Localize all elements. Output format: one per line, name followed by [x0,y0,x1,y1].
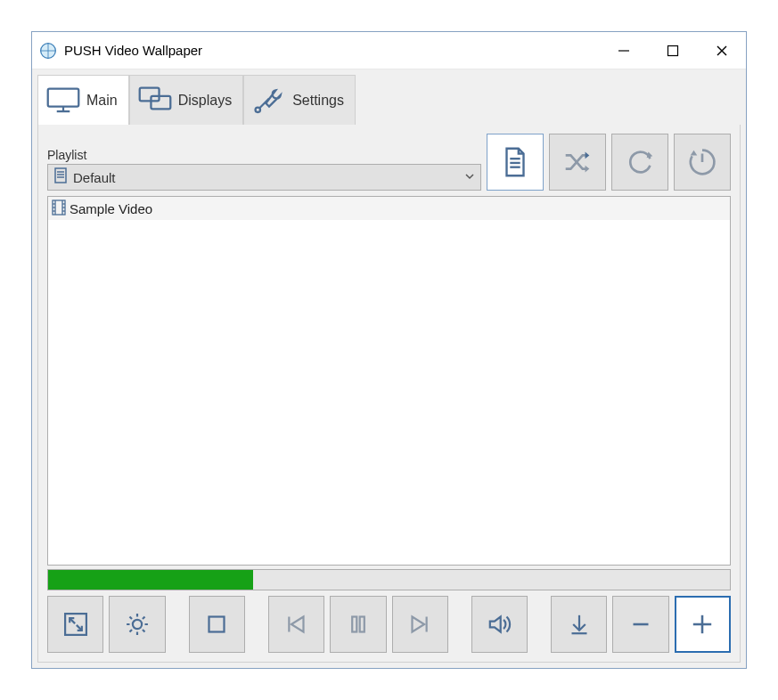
tab-label: Settings [292,93,344,109]
svg-rect-35 [360,617,364,632]
client-area: Main Displays Settings Playlist [32,69,746,668]
app-icon [39,42,57,60]
svg-point-31 [133,620,142,629]
svg-rect-8 [139,88,159,102]
tab-settings[interactable]: Settings [243,75,356,125]
window-title: PUSH Video Wallpaper [64,43,202,58]
svg-rect-32 [209,617,225,632]
document-icon [53,167,68,187]
main-panel: Playlist Default [37,125,741,663]
tools-icon [251,85,287,116]
tab-label: Main [86,93,118,109]
playlist-label: Playlist [47,148,481,162]
svg-rect-9 [151,96,170,110]
tab-label: Displays [178,93,232,109]
settings-gear-button[interactable] [109,596,165,653]
playlist-column: Playlist Default [47,148,481,191]
video-list[interactable]: Sample Video [47,196,731,566]
list-item[interactable]: Sample Video [48,197,730,220]
titlebar: PUSH Video Wallpaper [32,32,746,69]
svg-rect-11 [55,168,66,183]
playlist-select[interactable]: Default [47,164,481,191]
fullscreen-button[interactable] [47,596,103,653]
pause-button[interactable] [330,596,386,653]
previous-button[interactable] [268,596,324,653]
progress-fill [48,570,253,590]
svg-point-10 [256,108,260,112]
playlist-document-button[interactable] [487,134,544,191]
download-button[interactable] [551,596,607,653]
tab-displays[interactable]: Displays [129,75,243,125]
maximize-button[interactable] [648,32,697,69]
list-item-label: Sample Video [70,201,152,216]
playlist-row: Playlist Default [47,134,731,191]
minimize-button[interactable] [599,32,648,69]
next-button[interactable] [392,596,448,653]
monitor-icon [45,85,81,116]
controls-row [47,596,731,653]
volume-button[interactable] [471,596,528,653]
film-icon [52,199,66,218]
displays-icon [137,85,173,116]
progress-bar[interactable] [47,569,731,590]
tab-main[interactable]: Main [37,75,129,125]
timer-button[interactable] [674,134,731,191]
svg-rect-2 [667,45,677,55]
svg-rect-28 [65,614,86,635]
remove-button[interactable] [612,596,668,653]
stop-button[interactable] [189,596,245,653]
chevron-down-icon [464,169,475,185]
close-button[interactable] [697,32,746,69]
app-window: PUSH Video Wallpaper Main Dis [31,31,747,669]
svg-rect-34 [352,617,356,632]
tabs: Main Displays Settings [37,75,741,125]
add-button[interactable] [675,596,731,653]
playlist-selected-value: Default [73,170,459,185]
shuffle-button[interactable] [549,134,606,191]
svg-rect-5 [48,89,79,107]
repeat-button[interactable] [611,134,668,191]
